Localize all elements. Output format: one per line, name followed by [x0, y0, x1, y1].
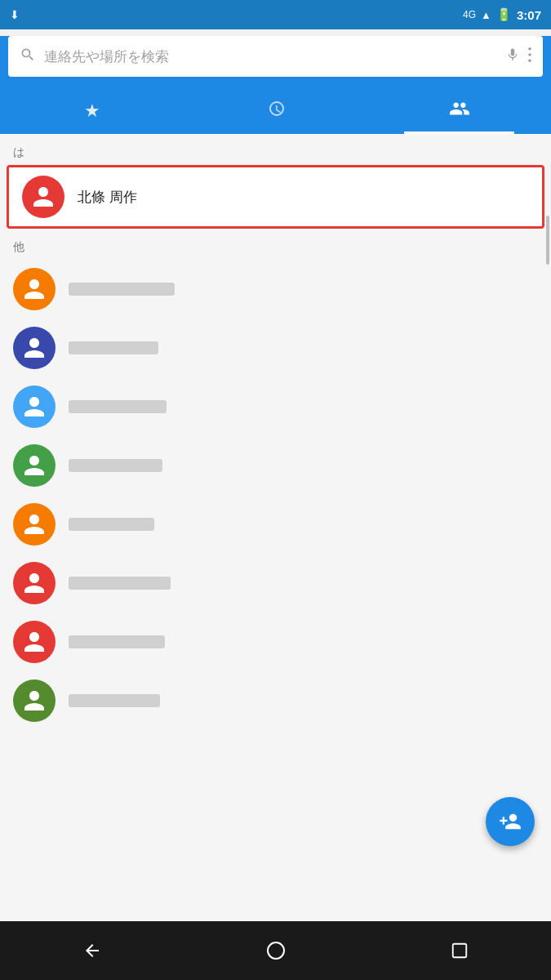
contact-name-blur-5 — [69, 518, 154, 531]
section-ha: は 北條 周作 — [0, 134, 551, 229]
status-bar-left: ⬇ — [10, 8, 458, 21]
search-input[interactable]: 連絡先や場所を検索 — [44, 47, 497, 66]
signal-icon: 4G — [463, 9, 476, 20]
contact-item-hojo[interactable]: 北條 周作 — [7, 165, 544, 229]
contact-name-blur-6 — [69, 577, 171, 590]
contact-item-8[interactable] — [0, 671, 551, 730]
contact-item-3[interactable] — [0, 377, 551, 436]
tab-recent[interactable] — [184, 88, 367, 134]
contact-name-blur-3 — [69, 400, 167, 413]
home-button[interactable] — [260, 934, 292, 967]
signal-bars-icon: ▲ — [481, 9, 491, 21]
svg-point-3 — [268, 942, 284, 959]
download-icon: ⬇ — [10, 8, 20, 21]
svg-point-1 — [528, 53, 531, 56]
avatar-3 — [13, 385, 56, 428]
contact-item-2[interactable] — [0, 318, 551, 377]
avatar-7 — [13, 621, 56, 663]
search-bar[interactable]: 連絡先や場所を検索 — [8, 36, 543, 77]
battery-icon: 🔋 — [496, 7, 512, 22]
contact-list: は 北條 周作 他 — [0, 134, 551, 928]
bottom-nav — [0, 921, 551, 980]
back-button[interactable] — [76, 934, 109, 967]
people-icon — [449, 98, 470, 124]
contact-item-1[interactable] — [0, 260, 551, 318]
section-ta: 他 — [0, 229, 551, 730]
contact-item-5[interactable] — [0, 495, 551, 554]
contact-name-blur-1 — [69, 283, 175, 296]
section-label-ta: 他 — [0, 229, 551, 260]
avatar-5 — [13, 503, 56, 546]
star-icon: ★ — [84, 100, 100, 122]
contact-name-hojo: 北條 周作 — [78, 188, 137, 207]
contact-name-blur-4 — [69, 459, 162, 472]
scrollbar[interactable] — [546, 216, 549, 265]
avatar-6 — [13, 562, 56, 604]
recents-button[interactable] — [443, 934, 476, 967]
avatar-8 — [13, 679, 56, 722]
status-time: 3:07 — [517, 8, 541, 22]
status-bar: ⬇ 4G ▲ 🔋 3:07 — [0, 0, 551, 29]
avatar-4 — [13, 444, 56, 487]
clock-icon — [266, 99, 286, 123]
contact-name-blur-8 — [69, 694, 160, 707]
search-icon — [20, 47, 36, 67]
tab-favorites[interactable]: ★ — [0, 88, 184, 134]
avatar-hojo — [22, 176, 64, 218]
mic-icon[interactable] — [505, 47, 520, 66]
contact-item-6[interactable] — [0, 554, 551, 612]
contact-name-blur-2 — [69, 341, 158, 354]
tab-bar: ★ — [0, 88, 551, 134]
more-icon[interactable] — [528, 47, 531, 66]
add-contact-fab[interactable] — [486, 797, 535, 846]
svg-point-0 — [528, 47, 531, 51]
contact-item-4[interactable] — [0, 436, 551, 495]
avatar-1 — [13, 268, 56, 310]
svg-point-2 — [528, 59, 531, 62]
svg-rect-4 — [452, 944, 466, 958]
contact-item-7[interactable] — [0, 612, 551, 671]
tab-contacts[interactable] — [367, 88, 551, 134]
section-label-ha: は — [0, 134, 551, 165]
avatar-2 — [13, 327, 56, 369]
contact-name-blur-7 — [69, 635, 165, 648]
